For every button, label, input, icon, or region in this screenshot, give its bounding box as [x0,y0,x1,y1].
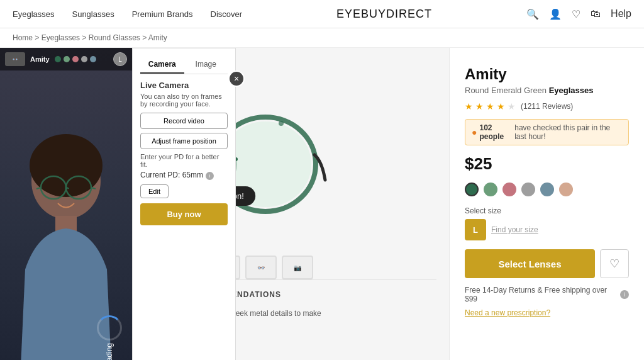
find-your-size-link[interactable]: Find your size [491,225,538,234]
swatch-green[interactable] [465,183,479,196]
vto-dot-gray [81,56,87,62]
main-content: Try me on! 👓 👓 👓 👓 📷 LENS RECOMMENDATION… [0,48,644,360]
pd-value-row: Current PD: 65mm i [140,171,228,181]
size-label: Select size [465,206,629,215]
star-3: ★ [486,101,494,111]
size-section: Select size L Find your size [465,206,629,240]
popularity-message: have checked this pair in the last hour! [514,123,622,141]
select-lenses-button[interactable]: Select Lenses [465,249,595,278]
pd-info-icon[interactable]: i [206,172,214,180]
buy-now-button[interactable]: Buy now [140,203,228,225]
product-title: Amity [465,65,629,83]
swatch-peach[interactable] [559,183,573,196]
vto-dot-green [55,56,61,62]
account-icon[interactable]: 👤 [549,8,562,20]
breadcrumb-round-glasses[interactable]: Round Glasses [89,33,140,42]
site-logo[interactable]: EYEBUYDIRECT [336,8,432,21]
pd-edit-button[interactable]: Edit [140,184,169,198]
product-rating: ★ ★ ★ ★ ★ (1211 Reviews) [465,101,629,111]
product-price: $25 [465,154,629,174]
thumbnail-alt[interactable]: 👓 [245,256,277,279]
glasses-mini-icon: 👓 [12,57,18,62]
glasses-alt-icon: 👓 [257,264,265,271]
vto-dot-pink [72,56,79,62]
vto-tabs: Camera Image [140,56,228,74]
popularity-count: 102 people [479,123,512,141]
loading-text: Loading [105,343,114,360]
breadcrumb: Home > Eyeglasses > Round Glasses > Amit… [0,28,644,48]
star-2: ★ [475,101,484,111]
loading-spinner [97,315,122,340]
vto-loading-indicator: Loading [97,315,122,360]
vto-close-button[interactable]: × [228,70,245,87]
add-to-wishlist-button[interactable]: ♡ [600,249,629,278]
main-nav: Eyeglasses Sunglasses Premium Brands Dis… [13,0,631,28]
pd-label: Enter your PD for a better fit. [140,153,228,168]
vto-section-desc: You can also try on frames by recording … [140,93,228,108]
vto-overlay: 👓 Amity L Loading [0,48,236,360]
star-4: ★ [497,101,505,111]
nav-premium-brands[interactable]: Premium Brands [132,9,193,19]
wishlist-icon[interactable]: ♡ [572,8,580,20]
nav-sunglasses[interactable]: Sunglasses [72,9,114,19]
swatch-steel-blue[interactable] [540,183,554,196]
reviews-count[interactable]: (1211 Reviews) [521,102,573,111]
help-link[interactable]: Help [611,8,631,20]
vto-background: 👓 Amity L Loading [0,48,132,360]
nav-links: Eyeglasses Sunglasses Premium Brands Dis… [13,9,242,19]
product-info-panel: Amity Round Emerald Green Eyeglasses ★ ★… [449,48,644,360]
site-header: Eyeglasses Sunglasses Premium Brands Dis… [0,0,644,28]
vto-tab-camera[interactable]: Camera [140,56,184,74]
nav-discover[interactable]: Discover [211,9,243,19]
prescription-link[interactable]: Need a new prescription? [465,308,629,317]
vto-dot-light [64,56,70,62]
vto-product-name: Amity [30,55,50,63]
swatch-light-green[interactable] [484,183,497,196]
pd-value: Current PD: 65mm [140,171,203,179]
breadcrumb-eyeglasses[interactable]: Eyeglasses [42,33,80,42]
popularity-dot: ● [472,127,477,137]
vto-panel: Camera Image Live Camera You can also tr… [132,48,236,360]
color-swatches [465,183,629,196]
add-to-cart-row: Select Lenses ♡ [465,249,629,278]
vto-camera-feed: 👓 Amity L Loading [0,48,132,360]
size-options: L Find your size [465,219,629,240]
search-icon[interactable]: 🔍 [526,8,539,20]
heart-icon: ♡ [609,257,619,271]
thumbnail-photo[interactable]: 📷 [282,256,313,279]
shipping-info: Free 14-Day Returns & Free shipping over… [465,286,629,303]
photo-icon: 📷 [294,264,301,271]
cart-icon[interactable]: 🛍 [591,8,601,20]
header-icons: 🔍 👤 ♡ 🛍 Help [526,8,631,20]
breadcrumb-home[interactable]: Home [13,33,33,42]
adjust-frame-button[interactable]: Adjust frame position [140,133,228,149]
swatch-pink[interactable] [502,183,516,196]
product-subtitle: Round Emerald Green Eyeglasses [465,86,629,95]
vto-top-bar: 👓 Amity L [0,48,132,70]
star-5: ★ [508,101,516,111]
popularity-badge: ● 102 people have checked this pair in t… [465,119,629,145]
vto-section-title: Live Camera [140,81,228,90]
vto-thumbnail: 👓 [5,52,25,66]
breadcrumb-current: Amity [148,33,167,42]
record-video-button[interactable]: Record video [140,113,228,129]
star-1: ★ [465,101,473,111]
vto-dot-blue [90,56,96,62]
size-L-button[interactable]: L [465,219,486,240]
vto-color-dots [55,56,96,62]
vto-tab-image[interactable]: Image [184,56,228,74]
swatch-gray[interactable] [521,183,535,196]
shipping-info-icon[interactable]: i [620,290,629,299]
vto-avatar[interactable]: L [113,52,127,66]
nav-eyeglasses[interactable]: Eyeglasses [13,9,54,19]
svg-point-7 [279,121,284,126]
